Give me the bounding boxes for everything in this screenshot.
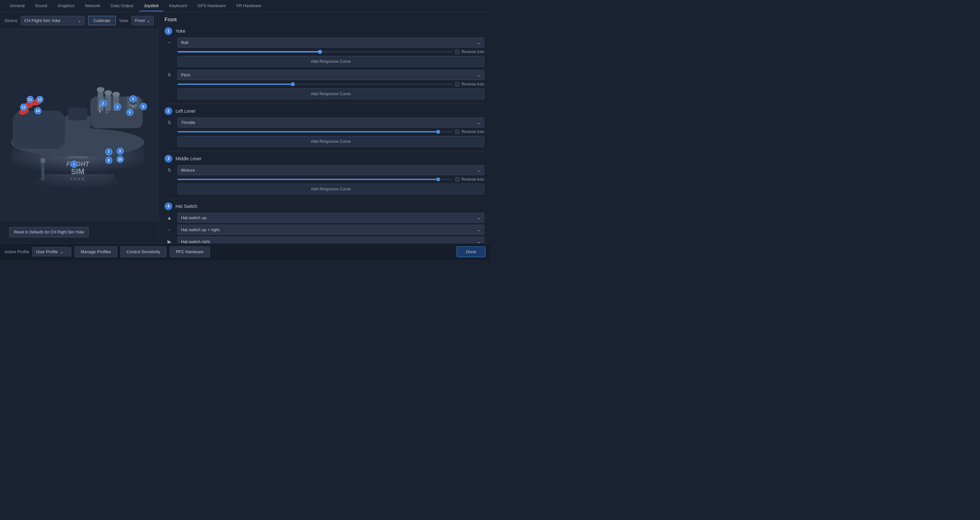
- hat-right-value: Hat switch right.: [181, 239, 211, 243]
- nav-gps-hardware[interactable]: GPS Hardware: [193, 1, 230, 11]
- hat-up-chevron-icon: ⌄: [477, 215, 480, 220]
- throttle-reverse-axis[interactable]: Reverse Axis: [455, 129, 484, 134]
- roll-slider-thumb[interactable]: [318, 50, 322, 54]
- yoke-svg: CH Products FLIGHT SIM YOKE Y: [3, 64, 152, 190]
- svg-point-13: [104, 90, 112, 95]
- badge-8[interactable]: 8: [105, 157, 112, 164]
- throttle-axis-icon: ⇅: [164, 118, 174, 127]
- nav-general[interactable]: General: [5, 1, 29, 11]
- roll-axis-dropdown[interactable]: Roll ⌄: [178, 38, 484, 48]
- nav-graphics[interactable]: Graphics: [53, 1, 79, 11]
- nav-vr-hardware[interactable]: VR Hardware: [232, 1, 266, 11]
- joystick-visual: CH Products FLIGHT SIM YOKE Y: [3, 64, 156, 186]
- badge-3[interactable]: 3: [114, 103, 121, 110]
- calibrate-button[interactable]: Calibrate: [88, 16, 116, 25]
- throttle-chevron-icon: ⌄: [477, 120, 480, 125]
- nav-keyboard[interactable]: Keyboard: [164, 1, 192, 11]
- mixture-axis-dropdown[interactable]: Mixture ⌄: [178, 165, 484, 175]
- badge-5[interactable]: 5: [126, 109, 134, 116]
- throttle-axis-value: Throttle: [181, 120, 195, 125]
- mixture-slider-fill: [178, 179, 438, 180]
- section-hat-header: 4 Hat Switch: [164, 202, 484, 210]
- mixture-reverse-label: Reverse Axis: [461, 177, 484, 182]
- section-hat-title: Hat Switch: [175, 204, 197, 209]
- nav-data-output[interactable]: Data Output: [106, 1, 138, 11]
- nav-joystick[interactable]: Joystick: [139, 1, 163, 11]
- badge-12[interactable]: 12: [20, 103, 27, 111]
- pitch-add-curve-button[interactable]: Add Response Curve: [178, 88, 484, 99]
- throttle-reverse-checkbox[interactable]: [455, 129, 460, 134]
- badge-14[interactable]: 14: [34, 107, 41, 114]
- pitch-reverse-label: Reverse Axis: [461, 82, 484, 86]
- roll-axis-value: Roll: [181, 40, 188, 45]
- throttle-slider-track[interactable]: [178, 131, 452, 132]
- roll-axis-row: ↔ Roll ⌄: [164, 38, 484, 48]
- pitch-axis-row: ⇅ Pitch ⌄: [164, 70, 484, 80]
- roll-reverse-checkbox[interactable]: [455, 49, 460, 54]
- section-middle-lever-num: 3: [164, 155, 172, 162]
- pitch-slider-thumb[interactable]: [291, 82, 295, 86]
- control-sensitivity-button[interactable]: Control Sensitivity: [121, 246, 167, 257]
- section-middle-lever-title: Middle Lever: [175, 156, 202, 161]
- mixture-reverse-checkbox[interactable]: [455, 177, 460, 182]
- content-area: Device CH Flight Sim Yoke ⌄ Calibrate Vi…: [0, 12, 490, 243]
- roll-slider-fill: [178, 51, 320, 52]
- pitch-slider-track[interactable]: [178, 84, 452, 85]
- badge-2[interactable]: 2: [100, 100, 107, 107]
- hat-up-dropdown[interactable]: Hat switch up. ⌄: [178, 213, 484, 223]
- hat-right-icon: ▶: [164, 237, 174, 243]
- badge-10[interactable]: 10: [116, 156, 124, 163]
- hat-right-dropdown[interactable]: Hat switch right. ⌄: [178, 237, 484, 243]
- throttle-slider-thumb[interactable]: [436, 130, 440, 134]
- section-left-lever: 2 Left Lever ⇅ Throttle ⌄: [164, 107, 484, 147]
- right-panel-title: Front: [164, 17, 484, 23]
- badge-6[interactable]: 6: [140, 103, 147, 110]
- badge-7[interactable]: 7: [105, 148, 112, 156]
- roll-add-curve-button[interactable]: Add Response Curve: [178, 56, 484, 67]
- mixture-slider-thumb[interactable]: [436, 177, 440, 181]
- section-left-lever-header: 2 Left Lever: [164, 107, 484, 115]
- device-value: CH Flight Sim Yoke: [24, 18, 60, 23]
- section-left-lever-num: 2: [164, 107, 172, 115]
- badge-1[interactable]: 1: [71, 161, 78, 168]
- hat-upright-icon: ⌐: [164, 225, 174, 235]
- pitch-reverse-checkbox[interactable]: [455, 82, 460, 86]
- badge-13[interactable]: 13: [36, 96, 43, 103]
- roll-reverse-label: Reverse Axis: [461, 49, 484, 54]
- badge-9[interactable]: 9: [116, 148, 124, 155]
- roll-slider-track[interactable]: [178, 51, 452, 52]
- throttle-axis-dropdown[interactable]: Throttle ⌄: [178, 118, 484, 127]
- mixture-add-curve-button[interactable]: Add Response Curve: [178, 184, 484, 194]
- top-nav: General Sound Graphics Network Data Outp…: [0, 0, 490, 12]
- mixture-axis-value: Mixture: [181, 168, 195, 173]
- svg-text:⇅: ⇅: [167, 167, 171, 173]
- done-button[interactable]: Done: [457, 246, 485, 257]
- nav-network[interactable]: Network: [80, 1, 105, 11]
- device-select[interactable]: CH Flight Sim Yoke ⌄: [21, 16, 85, 25]
- manage-profiles-button[interactable]: Manage Profiles: [75, 246, 117, 257]
- hat-upright-dropdown[interactable]: Hat switch up + right. ⌄: [178, 225, 484, 235]
- device-label: Device: [5, 18, 18, 23]
- section-hat-num: 4: [164, 202, 172, 210]
- throttle-add-curve-button[interactable]: Add Response Curve: [178, 136, 484, 147]
- throttle-slider-row: Reverse Axis: [178, 129, 484, 134]
- badge-11[interactable]: 11: [27, 96, 34, 103]
- svg-text:Y: Y: [99, 107, 101, 111]
- mixture-axis-icon: ⇅: [164, 165, 174, 175]
- pitch-reverse-axis[interactable]: Reverse Axis: [455, 82, 484, 86]
- roll-reverse-axis[interactable]: Reverse Axis: [455, 49, 484, 54]
- badge-4[interactable]: 4: [130, 95, 137, 102]
- mixture-reverse-axis[interactable]: Reverse Axis: [455, 177, 484, 182]
- nav-sound[interactable]: Sound: [30, 1, 52, 11]
- svg-point-29: [16, 169, 41, 182]
- view-select[interactable]: Front ⌄: [132, 16, 154, 25]
- hat-upright-row: ⌐ Hat switch up + right. ⌄: [164, 225, 484, 235]
- roll-chevron-icon: ⌄: [477, 40, 480, 45]
- pfc-hardware-button[interactable]: PFC Hardware: [170, 246, 210, 257]
- roll-slider-row: Reverse Axis: [178, 49, 484, 54]
- reset-defaults-button[interactable]: Reset to Defaults for CH Flight Sim Yoke: [9, 227, 89, 237]
- mixture-slider-track[interactable]: [178, 179, 452, 180]
- section-yoke-num: 1: [164, 27, 172, 35]
- profile-select[interactable]: User Profile ⌄: [32, 247, 71, 256]
- pitch-axis-dropdown[interactable]: Pitch ⌄: [178, 70, 484, 80]
